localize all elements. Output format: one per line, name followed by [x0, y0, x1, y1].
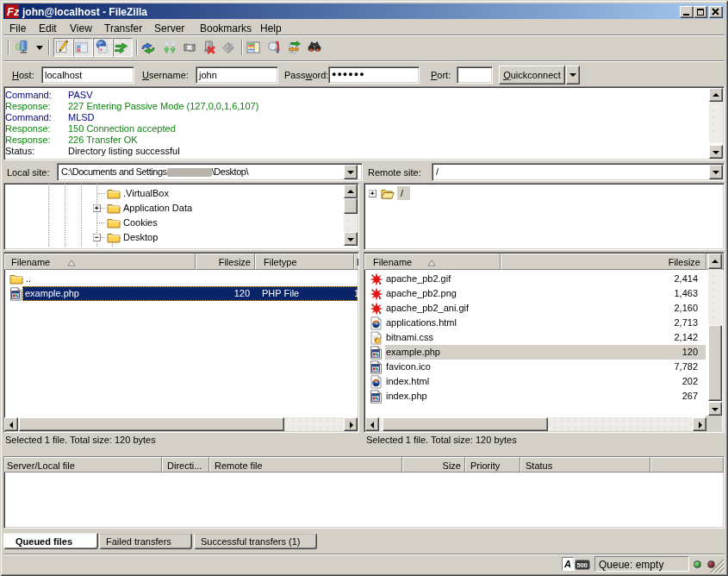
svg-text:Fz: Fz	[7, 5, 19, 18]
